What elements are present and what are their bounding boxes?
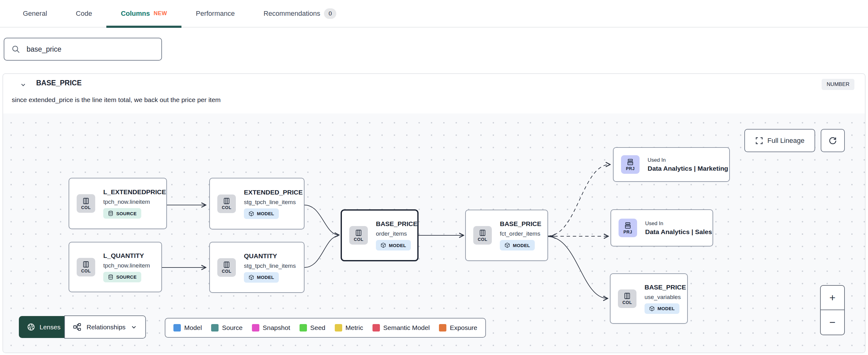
used-in-label: Used In (648, 157, 666, 163)
recommendations-count-badge: 0 (324, 8, 337, 19)
column-panel: BASE_PRICE NUMBER since extended_price i… (2, 73, 866, 353)
column-kind-box: COL (77, 258, 95, 276)
column-icon (223, 261, 230, 268)
source-badge: SOURCE (103, 208, 141, 218)
tab-bar: General Code Columns NEW Performance Rec… (0, 0, 868, 28)
tab-general[interactable]: General (23, 0, 47, 27)
tab-performance[interactable]: Performance (196, 0, 235, 27)
project-kind-box: PRJ (621, 155, 640, 174)
chevron-down-icon[interactable] (19, 81, 27, 89)
legend-item-model: Model (174, 324, 202, 331)
legend-swatch (372, 324, 380, 331)
search-icon (11, 45, 21, 54)
column-kind-box: COL (217, 195, 236, 213)
tab-recommendations[interactable]: Recommendations 0 (264, 0, 336, 27)
column-icon (223, 197, 230, 205)
node-title: L_EXTENDEDPRICE (103, 188, 166, 196)
column-description: since extended_price is the line item to… (12, 96, 221, 103)
zoom-controls: + − (820, 285, 845, 335)
search-input[interactable] (27, 45, 155, 54)
legend-swatch (174, 324, 181, 331)
database-icon (108, 211, 114, 216)
column-kind-box: COL (473, 226, 492, 245)
column-lineage-page: General Code Columns NEW Performance Rec… (0, 0, 868, 355)
legend-swatch (211, 324, 219, 331)
node-title: Data Analytics | Sales (645, 228, 712, 236)
expand-icon (755, 137, 763, 145)
lineage-node-used-in-marketing[interactable]: PRJ Used In Data Analytics | Marketing (613, 147, 730, 182)
node-subtitle: stg_tpch_line_items (244, 199, 296, 206)
lineage-node-used-in-sales[interactable]: PRJ Used In Data Analytics | Sales (611, 209, 713, 246)
column-kind-box: COL (618, 290, 637, 308)
legend-item-source: Source (211, 324, 243, 331)
column-icon (479, 229, 486, 237)
model-badge: MODEL (500, 240, 535, 250)
lineage-node-base-price-fct-order-items[interactable]: COL BASE_PRICE fct_order_items MODEL (465, 210, 548, 261)
column-icon (623, 292, 631, 300)
model-badge: MODEL (645, 303, 679, 314)
node-title: EXTENDED_PRICE (244, 189, 303, 196)
lineage-node-l-extendedprice[interactable]: COL L_EXTENDEDPRICE tpch_now.lineitem SO… (69, 178, 167, 229)
node-subtitle: tpch_now.lineitem (103, 262, 150, 269)
lineage-legend: Model Source Snapshot Seed Metric Semant… (165, 318, 486, 338)
cube-icon (380, 242, 386, 248)
node-title: QUANTITY (244, 252, 277, 260)
zoom-out-button[interactable]: − (821, 310, 844, 334)
lineage-graph-canvas[interactable]: COL L_EXTENDEDPRICE tpch_now.lineitem SO… (3, 114, 865, 353)
legend-swatch (252, 324, 259, 331)
legend-item-seed: Seed (300, 324, 326, 331)
column-kind-box: COL (217, 258, 236, 277)
node-title: BASE_PRICE (500, 220, 541, 228)
tab-columns[interactable]: Columns NEW (121, 0, 167, 27)
relationships-dropdown[interactable]: Relationships (64, 316, 146, 338)
column-search (4, 38, 162, 61)
cube-icon (504, 242, 510, 248)
lineage-node-quantity[interactable]: COL QUANTITY stg_tpch_line_items MODEL (209, 242, 305, 293)
project-icon (624, 222, 631, 229)
database-icon (108, 274, 114, 280)
refresh-button[interactable] (821, 129, 845, 152)
legend-swatch (335, 324, 342, 331)
source-badge: SOURCE (103, 272, 141, 282)
column-kind-box: COL (349, 226, 368, 245)
node-title: Data Analytics | Marketing (648, 165, 728, 172)
cube-icon (649, 306, 655, 312)
column-icon (82, 197, 90, 205)
node-subtitle: tpch_now.lineitem (103, 199, 150, 205)
model-badge: MODEL (376, 240, 411, 250)
full-lineage-button[interactable]: Full Lineage (744, 129, 815, 152)
node-title: L_QUANTITY (103, 252, 144, 260)
refresh-icon (828, 136, 837, 145)
legend-swatch (300, 324, 307, 331)
legend-swatch (439, 324, 446, 331)
lineage-node-l-quantity[interactable]: COL L_QUANTITY tpch_now.lineitem SOURCE (69, 242, 162, 292)
column-icon (82, 261, 90, 268)
column-header: BASE_PRICE NUMBER (3, 74, 865, 92)
cube-icon (249, 275, 254, 280)
lineage-node-extended-price[interactable]: COL EXTENDED_PRICE stg_tpch_line_items M… (209, 178, 305, 230)
legend-item-metric: Metric (335, 324, 363, 331)
lineage-node-base-price-use-variables[interactable]: COL BASE_PRICE use_variables MODEL (610, 273, 688, 324)
aperture-icon (27, 323, 35, 331)
zoom-in-button[interactable]: + (821, 286, 844, 310)
tab-code[interactable]: Code (76, 0, 92, 27)
legend-item-exposure: Exposure (439, 324, 477, 331)
relationships-icon (73, 323, 82, 331)
node-title: BASE_PRICE (645, 284, 686, 291)
column-kind-box: COL (77, 194, 95, 213)
node-subtitle: order_items (376, 230, 407, 237)
model-badge: MODEL (244, 208, 279, 219)
used-in-label: Used In (645, 220, 663, 227)
cube-icon (249, 211, 254, 216)
chevron-down-icon (130, 324, 137, 331)
node-subtitle: stg_tpch_line_items (244, 263, 296, 269)
legend-item-semantic-model: Semantic Model (372, 324, 430, 331)
node-subtitle: fct_order_items (500, 230, 540, 237)
project-kind-box: PRJ (619, 218, 637, 237)
node-subtitle: use_variables (645, 294, 681, 301)
node-title: BASE_PRICE (376, 220, 417, 228)
legend-item-snapshot: Snapshot (252, 324, 290, 331)
lineage-node-base-price-order-items[interactable]: COL BASE_PRICE order_items MODEL (341, 209, 418, 261)
lenses-button[interactable]: Lenses (19, 316, 69, 338)
model-badge: MODEL (244, 272, 279, 283)
